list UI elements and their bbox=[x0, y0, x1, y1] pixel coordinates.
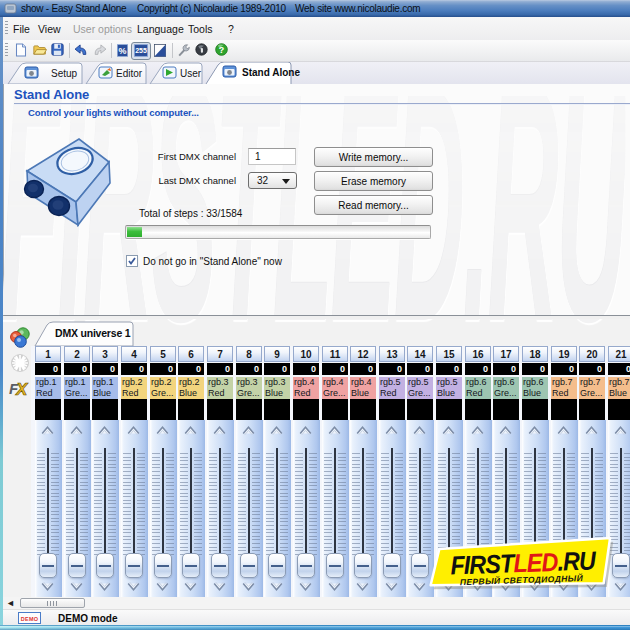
svg-text:?: ? bbox=[219, 45, 224, 55]
svg-text:X: X bbox=[15, 380, 29, 397]
svg-text:%: % bbox=[119, 46, 127, 56]
svg-text:Setup: Setup bbox=[51, 68, 78, 79]
svg-text:User: User bbox=[180, 68, 202, 79]
svg-text:DMX universe 1: DMX universe 1 bbox=[55, 327, 131, 339]
svg-text:Stand Alone: Stand Alone bbox=[242, 67, 300, 78]
svg-text:255: 255 bbox=[135, 47, 147, 54]
svg-text:Editor: Editor bbox=[116, 68, 143, 79]
